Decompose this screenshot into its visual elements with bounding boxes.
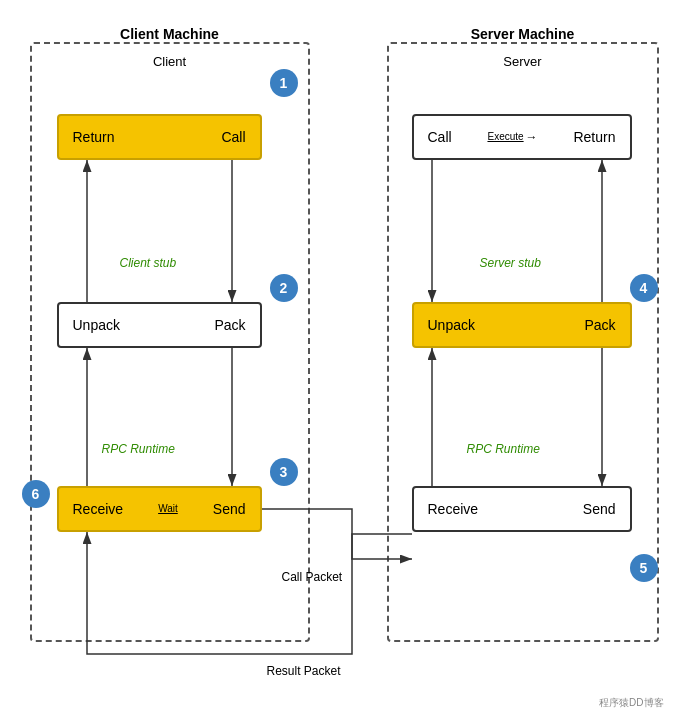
badge-2: 2 [270, 274, 298, 302]
client-pack-label: Pack [214, 317, 245, 333]
client-send-label: Send [213, 501, 246, 517]
server-return-label: Return [573, 129, 615, 145]
watermark: 程序猿DD博客 [599, 696, 663, 710]
server-pack-label: Pack [584, 317, 615, 333]
client-machine-label: Client Machine [120, 26, 219, 42]
client-return-call-box: Return Call [57, 114, 262, 160]
right-arrow-small: → [526, 130, 538, 144]
server-machine-label: Server Machine [471, 26, 575, 42]
badge-1: 1 [270, 69, 298, 97]
server-receive-label: Receive [428, 501, 479, 517]
server-execute-label: Execute [487, 131, 523, 142]
call-packet-label: Call Packet [282, 570, 343, 584]
server-send-label: Send [583, 501, 616, 517]
client-unpack-label: Unpack [73, 317, 120, 333]
server-stub-label: Server stub [480, 256, 541, 270]
client-receive-label: Receive [73, 501, 124, 517]
server-unpack-pack-box: Unpack Pack [412, 302, 632, 348]
server-receive-send-box: Receive Send [412, 486, 632, 532]
server-label: Server [503, 54, 541, 69]
rpc-runtime-server-label: RPC Runtime [467, 442, 540, 456]
result-packet-label: Result Packet [267, 664, 341, 678]
badge-3: 3 [270, 458, 298, 486]
client-receive-send-box: Receive Wait Send [57, 486, 262, 532]
client-wait-label: Wait [158, 503, 178, 514]
server-execute-arrow: Execute → [487, 130, 537, 144]
rpc-runtime-client-label: RPC Runtime [102, 442, 175, 456]
client-stub-label: Client stub [120, 256, 177, 270]
server-call-return-box: Call Execute → Return [412, 114, 632, 160]
badge-6: 6 [22, 480, 50, 508]
client-unpack-pack-box: Unpack Pack [57, 302, 262, 348]
badge-5: 5 [630, 554, 658, 582]
client-call-label: Call [221, 129, 245, 145]
badge-4: 4 [630, 274, 658, 302]
server-call-label: Call [428, 129, 452, 145]
diagram: Client Machine Client Server Machine Ser… [12, 14, 672, 714]
client-return-label: Return [73, 129, 115, 145]
server-unpack-label: Unpack [428, 317, 475, 333]
client-label: Client [153, 54, 186, 69]
